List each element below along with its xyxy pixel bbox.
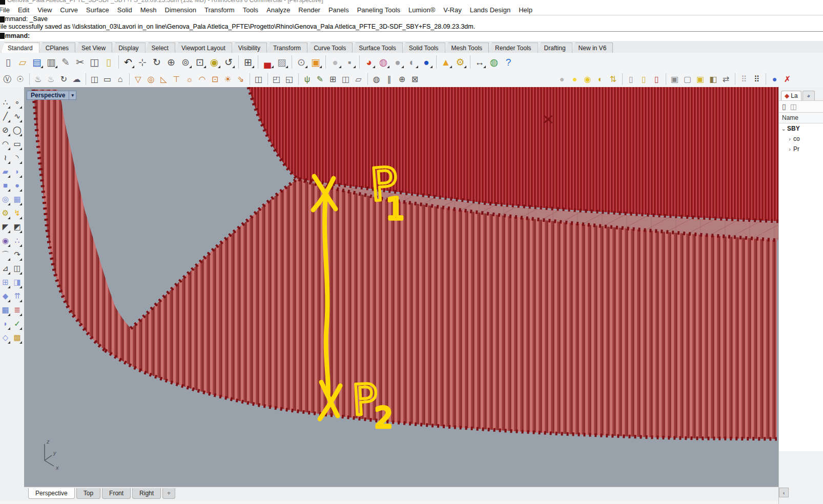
vray-cone-light-icon[interactable]: ◺ — [158, 73, 170, 85]
frame-buffer-icon[interactable]: ◫ — [86, 73, 100, 85]
help-icon[interactable]: ? — [502, 55, 515, 69]
leaf-material-icon[interactable]: ✎ — [314, 73, 326, 85]
array-grid-icon[interactable]: ▦ — [0, 303, 11, 317]
vray-omni-light-icon[interactable]: ☼ — [183, 73, 195, 85]
lock-open-icon[interactable]: ▢ — [682, 73, 693, 85]
fillet-corner-icon[interactable]: ◝ — [12, 151, 23, 164]
lock-closed-icon[interactable]: ▣ — [666, 73, 681, 85]
command-prompt[interactable]: Command: — [0, 31, 823, 41]
point-group-icon[interactable]: ∴ — [12, 234, 23, 247]
new-layer-icon[interactable]: ▯ — [782, 102, 786, 111]
polyline-icon[interactable]: ╱ — [0, 109, 11, 123]
render-last-icon[interactable]: ↻ — [58, 73, 70, 85]
clipping-plane-icon[interactable]: ◫ — [250, 73, 264, 85]
select-lights-bulb-icon[interactable]: ◉ — [582, 73, 593, 85]
vray-dome-light-icon[interactable]: ◠ — [196, 73, 208, 85]
arc-icon[interactable]: ◠ — [0, 137, 11, 151]
perspective-viewport[interactable]: Perspective ▾ — [24, 87, 778, 487]
rebuild-curve-icon[interactable]: ↷ — [12, 247, 23, 261]
toolbar-group-tab[interactable]: Viewport Layout — [175, 43, 232, 53]
menu-item[interactable]: Tools — [239, 5, 262, 15]
menu-item[interactable]: Mesh — [136, 5, 161, 15]
menu-item[interactable]: Edit — [14, 5, 33, 15]
check-validate-icon[interactable]: ✓ — [12, 317, 23, 330]
tab-scroll-left-button[interactable]: ‹ — [779, 488, 789, 497]
menu-item[interactable]: Panels — [324, 5, 353, 15]
cage-edit-icon[interactable]: ▩ — [12, 330, 23, 344]
menu-item[interactable]: Solid — [113, 5, 136, 15]
vray-directional-light-icon[interactable]: ⇘ — [235, 73, 246, 85]
chevron-icon[interactable]: ⌄ — [780, 125, 787, 132]
earth-render-icon[interactable]: ◍ — [487, 55, 501, 69]
chevron-icon[interactable]: › — [786, 146, 793, 152]
menu-item[interactable]: Analyze — [262, 5, 294, 15]
toolbar-group-tab[interactable]: Transform — [266, 43, 307, 53]
color-wheel-icon[interactable]: ◍ — [377, 55, 390, 69]
mirror-icon[interactable]: ◨ — [12, 275, 23, 289]
mesh-window-icon[interactable]: ⊞ — [327, 73, 339, 85]
gear-tools-icon[interactable]: ⚙ — [0, 206, 11, 220]
grass-fur-icon[interactable]: ψ — [298, 73, 313, 85]
open-folder-icon[interactable]: ▱ — [16, 55, 29, 69]
torus-icon[interactable]: ◎ — [0, 192, 11, 206]
print-icon[interactable]: ▥ — [45, 55, 58, 69]
cut-icon[interactable]: ✂ — [73, 55, 87, 69]
save-icon[interactable]: ▤ — [30, 55, 44, 69]
point-cloud-icon[interactable]: ∴ — [0, 95, 11, 109]
extrude-surface-icon[interactable]: ◆ — [0, 289, 11, 303]
freeform-curve-icon[interactable]: ≀ — [0, 151, 11, 164]
menu-item[interactable]: Lands Design — [466, 5, 515, 15]
layer-material-page-icon[interactable]: ▯ — [651, 73, 663, 85]
orient-icon[interactable]: ⊿ — [0, 261, 11, 275]
viewport-title-dropdown[interactable]: Perspective ▾ — [27, 91, 76, 100]
chevron-icon[interactable]: › — [786, 136, 793, 142]
toolbar-group-tab[interactable]: Surface Tools — [352, 43, 403, 53]
toolbar-group-tab[interactable]: Set View — [75, 43, 112, 53]
menu-item[interactable]: V-Ray — [439, 5, 465, 15]
toolbar-group-tab[interactable]: Select — [145, 43, 175, 53]
light-bulb-icon[interactable]: ● — [325, 55, 342, 69]
target-move-icon[interactable]: ⊕ — [396, 73, 408, 85]
extrude-straight-icon[interactable]: ⇈ — [12, 289, 23, 303]
layer-tree-row[interactable]: › Pr — [779, 144, 823, 154]
toolbar-group-tab[interactable]: New in V6 — [572, 43, 613, 53]
lock-invert-icon[interactable]: ◧ — [707, 73, 719, 85]
menu-item[interactable]: Curve — [56, 5, 82, 15]
mesh-surface-icon[interactable]: ▦ — [12, 192, 23, 206]
zoom-window-icon[interactable]: ⊚ — [179, 55, 192, 69]
vray-sphere-light-icon[interactable]: ⊡ — [209, 73, 221, 85]
menu-item[interactable]: Transform — [200, 5, 239, 15]
box-solid-icon[interactable]: ■ — [0, 178, 11, 192]
zoom-extents-icon[interactable]: ⊡ — [193, 55, 207, 69]
invert-lights-bulb-icon[interactable]: ◐ — [594, 73, 606, 85]
copy-object-icon[interactable]: ◫ — [12, 261, 23, 275]
lights-off-bulb-icon[interactable]: ● — [556, 73, 568, 85]
gears-settings-icon[interactable]: ⚙ — [454, 55, 467, 69]
boolean-icon[interactable]: ◉ — [0, 234, 11, 247]
explode-icon[interactable]: ↯ — [12, 206, 23, 220]
copy-icon[interactable]: ◫ — [88, 55, 101, 69]
layer-light-page-icon[interactable]: ▯ — [622, 73, 637, 85]
analyze-distance-icon[interactable]: ⊙ — [292, 55, 308, 69]
menu-item[interactable]: Dimension — [161, 5, 200, 15]
array-linear-icon[interactable]: ≣ — [12, 303, 23, 317]
blend-surface-icon[interactable]: ◗ — [0, 317, 11, 330]
export-box-icon[interactable]: ◰ — [268, 73, 282, 85]
menu-item[interactable]: View — [33, 5, 56, 15]
vray-sun-icon[interactable]: ☀ — [222, 73, 234, 85]
toolbar-group-tab[interactable]: Display — [112, 43, 145, 53]
named-views-car-icon[interactable]: ▄ — [258, 55, 274, 69]
control-points-black-icon[interactable]: ⠿ — [751, 73, 763, 85]
interactive-render-icon[interactable]: ♨ — [45, 73, 57, 85]
render-window-icon[interactable]: ▭ — [101, 73, 113, 85]
toolbar-group-tab[interactable]: Render Tools — [488, 43, 538, 53]
cplane-grid-icon[interactable]: ▨ — [275, 55, 289, 69]
object-snap-shapes-icon[interactable]: ▣ — [309, 55, 322, 69]
toolbar-group-tab[interactable]: Drafting — [538, 43, 572, 53]
curve-control-points-icon[interactable]: ∿ — [12, 109, 23, 123]
surface-tools-icon[interactable]: ◇ — [0, 330, 11, 344]
toolbar-group-tab[interactable]: Curve Tools — [307, 43, 353, 53]
batch-render-icon[interactable]: ⌂ — [114, 73, 126, 85]
menu-item[interactable]: File — [0, 5, 14, 15]
swap-lights-icon[interactable]: ⇅ — [607, 73, 619, 85]
